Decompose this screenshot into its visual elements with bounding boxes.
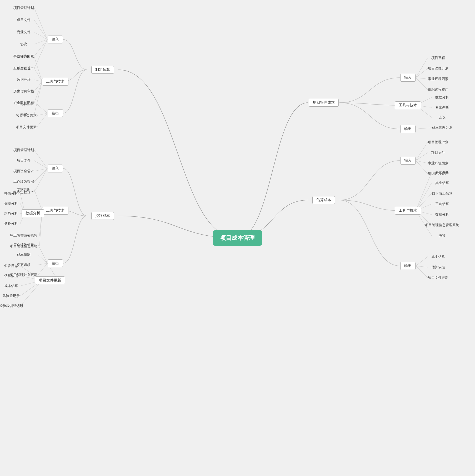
svg-line-28 xyxy=(38,245,47,263)
sub-gusuan-tools: 工具与技术 xyxy=(395,207,421,215)
leaf-gh-input-3: 组织过程资产 xyxy=(428,87,448,92)
leaf-gh-input-1: 项目管理计划 xyxy=(428,66,448,71)
leaf-zd-tools-2: 数据分析 xyxy=(17,77,31,82)
sub-guihua-tools: 工具与技术 xyxy=(395,101,421,109)
leaf-kz-data-1: 偏差分析 xyxy=(4,201,18,206)
leaf-gh-tools-2: 会议 xyxy=(439,115,446,120)
svg-line-9 xyxy=(34,82,42,91)
svg-line-13 xyxy=(37,113,47,116)
leaf-zd-tools-1: 成本汇总 xyxy=(17,66,31,71)
sub-zhiding-tools: 工具与技术 xyxy=(42,78,68,86)
branch-zhiding: 制定预算 xyxy=(91,66,114,74)
leaf-kz-expert: 专家判断 xyxy=(17,187,31,192)
leaf-kz-data-3: 储备分析 xyxy=(4,221,18,226)
leaf-zd-input-3: 协议 xyxy=(20,42,27,47)
leaf-gs-tools-1: 类比估算 xyxy=(435,181,449,185)
svg-line-47 xyxy=(416,153,428,161)
leaf-zd-input-1: 项目文件 xyxy=(17,18,31,22)
leaf-kz-input-1: 项目文件 xyxy=(17,158,31,163)
leaf-gs-input-2: 事业环境因素 xyxy=(428,161,448,166)
leaf-gs-input-1: 项目文件 xyxy=(431,150,445,155)
svg-line-10 xyxy=(34,82,42,103)
sub-guihua-output: 输出 xyxy=(400,125,416,133)
svg-line-50 xyxy=(416,172,432,211)
svg-line-15 xyxy=(34,150,47,168)
svg-line-31 xyxy=(38,263,47,275)
svg-line-2 xyxy=(34,32,47,39)
sub-gusuan-input: 输入 xyxy=(400,157,416,165)
leaf-gs-tools-6: 决策 xyxy=(439,233,446,238)
leaf-gh-input-2: 事业环境因素 xyxy=(428,77,448,81)
svg-line-3 xyxy=(34,39,47,44)
svg-line-16 xyxy=(34,161,47,168)
svg-line-30 xyxy=(38,263,47,265)
sub-kz-file: 项目文件更新 xyxy=(35,276,65,284)
leaf-kz-data-0: 挣值分析 xyxy=(4,191,18,196)
svg-line-18 xyxy=(34,168,47,182)
svg-line-6 xyxy=(34,57,42,82)
svg-line-48 xyxy=(416,161,428,163)
svg-line-46 xyxy=(416,142,428,161)
leaf-zd-tools-3: 历史信息审核 xyxy=(13,89,34,94)
leaf-kz-file-1: 估算依据 xyxy=(4,274,18,278)
leaf-zd-out-1: 项目资金需求 xyxy=(16,113,37,118)
leaf-gh-tools-0: 数据分析 xyxy=(435,95,449,100)
svg-line-49 xyxy=(416,161,428,174)
svg-line-57 xyxy=(416,257,428,266)
svg-line-58 xyxy=(416,266,428,267)
sub-kz-data: 数据分析 xyxy=(22,209,44,217)
leaf-gs-input-0: 项目管理计划 xyxy=(428,140,448,145)
leaf-kz-work-2: 变更请求 xyxy=(17,262,31,267)
svg-line-1 xyxy=(34,20,47,39)
svg-line-0 xyxy=(34,8,47,39)
svg-line-45 xyxy=(416,128,432,129)
leaf-kz-input-2: 项目资金需求 xyxy=(13,169,34,173)
svg-line-39 xyxy=(416,68,428,78)
svg-line-17 xyxy=(34,168,47,171)
leaf-gs-tools-2: 自下而上估算 xyxy=(432,191,452,196)
leaf-kz-rest-0: 完工尚需绩效指数 xyxy=(10,233,37,238)
leaf-gh-tools-1: 专家判断 xyxy=(435,105,449,110)
leaf-gs-tools-3: 三点估算 xyxy=(435,202,449,206)
svg-line-29 xyxy=(38,255,47,263)
svg-line-59 xyxy=(416,266,428,278)
leaf-gs-out-1: 估算依据 xyxy=(431,265,445,270)
svg-line-4 xyxy=(34,39,47,56)
svg-line-7 xyxy=(34,68,42,82)
sub-guihua-input: 输入 xyxy=(400,74,416,82)
leaf-zd-input-2: 商业文件 xyxy=(17,30,31,34)
svg-line-8 xyxy=(34,80,42,82)
svg-line-19 xyxy=(34,168,47,192)
leaf-gs-out-2: 项目文件更新 xyxy=(428,275,448,280)
sub-zhiding-output: 输出 xyxy=(48,109,63,117)
leaf-zd-input-0: 项目管理计划 xyxy=(13,6,34,10)
svg-line-5 xyxy=(34,39,47,68)
sub-zhiding-input: 输入 xyxy=(48,36,63,43)
svg-line-11 xyxy=(34,82,42,115)
center-node: 项目成本管理 xyxy=(213,230,262,246)
leaf-zd-tools-0: 专家判断 xyxy=(17,54,31,59)
sub-kongzhi-tools: 工具与技术 xyxy=(42,207,68,215)
leaf-zd-out-0: 成本基准 xyxy=(19,102,33,106)
leaf-zd-out-2: 项目文件更新 xyxy=(16,125,37,130)
leaf-gs-tools-5: 项目管理信息管理系统 xyxy=(425,223,459,227)
svg-line-38 xyxy=(416,58,428,78)
svg-line-40 xyxy=(416,78,428,79)
leaf-kz-work-0: 工作绩效信息 xyxy=(13,242,34,247)
leaf-gs-tools-4: 数据分析 xyxy=(435,212,449,217)
svg-line-14 xyxy=(37,113,47,127)
mindmap-container: 项目成本管理制定预算控制成本规划管理成本估算成本输入工具与技术输出项目管理计划项… xyxy=(0,0,475,476)
sub-kongzhi-input: 输入 xyxy=(48,165,63,172)
branch-kongzhi: 控制成本 xyxy=(91,212,114,220)
sub-gusuan-output: 输出 xyxy=(400,262,416,270)
svg-line-41 xyxy=(416,78,428,90)
leaf-kz-input-0: 项目管理计划 xyxy=(13,148,34,152)
leaf-gh-out-0: 成本管理计划 xyxy=(432,125,452,130)
leaf-gh-input-0: 项目章程 xyxy=(431,56,445,60)
leaf-kz-work-1: 成本预测 xyxy=(17,252,31,257)
leaf-kz-input-3: 工作绩效数据 xyxy=(13,179,34,184)
leaf-kz-file-2: 成本估算 xyxy=(4,284,18,288)
branch-gusuan: 估算成本 xyxy=(312,196,335,204)
branch-guihua: 规划管理成本 xyxy=(309,99,339,107)
svg-line-20 xyxy=(34,190,42,211)
